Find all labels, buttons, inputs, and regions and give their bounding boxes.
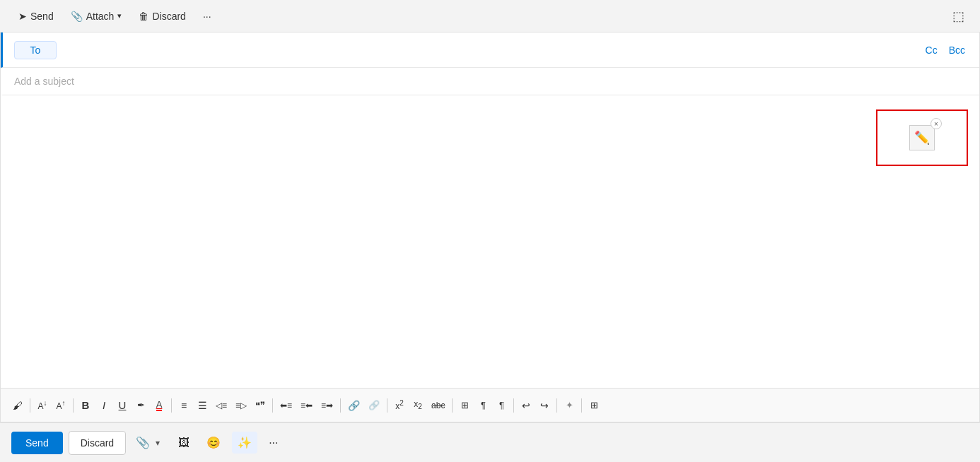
superscript-icon: x2 xyxy=(395,399,404,411)
font-size-increase-button[interactable]: A↑ xyxy=(52,396,69,415)
increase-indent-button[interactable]: ≡▷ xyxy=(232,396,250,415)
image-icon: 🖼 xyxy=(178,437,189,449)
highlight-icon: ✒ xyxy=(137,400,145,410)
attach-toolbar-label: Attach xyxy=(86,11,115,22)
send-toolbar-button[interactable]: ➤ Send xyxy=(11,6,61,26)
discard-icon: 🗑 xyxy=(139,11,148,22)
list-icon: ☰ xyxy=(198,400,207,411)
fmt-sep-9 xyxy=(556,398,557,413)
bcc-label: Bcc xyxy=(949,45,965,56)
decrease-indent-icon: ◁≡ xyxy=(216,401,227,410)
designer-icon: ✨ xyxy=(238,437,252,449)
body-input[interactable] xyxy=(14,104,968,379)
undo-button[interactable]: ↩ xyxy=(518,396,535,415)
show-formatting-button[interactable]: ¶ xyxy=(474,396,491,415)
bcc-button[interactable]: Bcc xyxy=(946,43,968,57)
signature-close-button[interactable]: × xyxy=(931,118,942,129)
format-block-icon: ⊞ xyxy=(461,400,469,410)
align-center-icon: ≡⬅ xyxy=(301,401,313,410)
discard-toolbar-button[interactable]: 🗑 Discard xyxy=(132,6,192,26)
cc-button[interactable]: Cc xyxy=(923,43,940,57)
italic-button[interactable]: I xyxy=(95,396,112,415)
expand-icon[interactable]: ⬚ xyxy=(948,4,969,28)
image-button[interactable]: 🖼 xyxy=(173,432,195,454)
attach-bottom-button[interactable]: 📎 ▾ xyxy=(132,431,167,455)
fmt-sep-8 xyxy=(513,398,514,413)
redo-button[interactable]: ↪ xyxy=(536,396,553,415)
to-button[interactable]: To xyxy=(14,41,57,59)
fmt-sep-5 xyxy=(340,398,341,413)
signature-inner: ✏️ × xyxy=(909,125,935,150)
link-icon: 🔗 xyxy=(348,400,360,411)
signature-edit-icon[interactable]: ✏️ xyxy=(909,125,935,150)
unlink-button[interactable]: 🔗 xyxy=(365,396,383,415)
clear-format-icon: ✦ xyxy=(566,400,573,410)
font-size-decrease-button[interactable]: A↓ xyxy=(34,396,51,415)
designer-button[interactable]: ✨ xyxy=(232,432,257,454)
send-toolbar-label: Send xyxy=(30,11,54,22)
subscript-icon: x2 xyxy=(414,399,422,410)
format-painter-button[interactable]: 🖌 xyxy=(9,396,26,415)
to-input[interactable] xyxy=(57,42,923,59)
list-button[interactable]: ☰ xyxy=(194,396,211,415)
align-right-button[interactable]: ≡➡ xyxy=(317,396,337,415)
hide-formatting-button[interactable]: ¶ xyxy=(493,396,510,415)
send-button[interactable]: Send xyxy=(11,432,63,454)
send-label: Send xyxy=(25,437,49,449)
format-block-button[interactable]: ⊞ xyxy=(456,396,473,415)
fmt-sep-7 xyxy=(452,398,453,413)
align-center-button[interactable]: ≡⬅ xyxy=(297,396,316,415)
to-row: To Cc Bcc xyxy=(1,32,979,68)
emoji-icon: 😊 xyxy=(206,437,221,449)
subject-row xyxy=(1,68,979,95)
compose-area: To Cc Bcc ✏️ × xyxy=(0,32,980,422)
more-options-button[interactable]: ··· xyxy=(263,432,284,454)
font-color-icon: A xyxy=(156,399,163,411)
underline-button[interactable]: U xyxy=(114,396,131,415)
align-left-icon: ≡ xyxy=(181,400,187,411)
attach-toolbar-button[interactable]: 📎 Attach ▾ xyxy=(64,6,129,26)
fmt-sep-4 xyxy=(272,398,273,413)
undo-icon: ↩ xyxy=(522,400,530,411)
send-icon: ➤ xyxy=(18,11,27,22)
more-toolbar-button[interactable]: ··· xyxy=(196,6,218,26)
align-left2-button[interactable]: ⬅≡ xyxy=(276,396,296,415)
top-toolbar: ➤ Send 📎 Attach ▾ 🗑 Discard ··· ⬚ xyxy=(0,0,980,32)
subject-input[interactable] xyxy=(14,76,968,87)
strikethrough-button[interactable]: abc xyxy=(428,396,448,415)
decrease-indent-button[interactable]: ◁≡ xyxy=(212,396,231,415)
discard-button[interactable]: Discard xyxy=(69,431,126,455)
signature-box: ✏️ × xyxy=(876,109,968,166)
fmt-sep-6 xyxy=(387,398,387,413)
close-icon: × xyxy=(934,120,938,128)
body-area: ✏️ × xyxy=(1,95,979,388)
attach-chevron-icon: ▾ xyxy=(153,435,163,451)
align-right-icon: ≡➡ xyxy=(321,401,333,410)
bold-button[interactable]: B xyxy=(77,396,94,415)
fmt-sep-10 xyxy=(581,398,582,413)
font-color-button[interactable]: A xyxy=(151,396,168,415)
cc-label: Cc xyxy=(926,45,938,56)
attach-chevron-icon: ▾ xyxy=(117,11,122,20)
fmt-sep-1 xyxy=(30,398,30,413)
emoji-button[interactable]: 😊 xyxy=(201,432,226,454)
cc-bcc-area: Cc Bcc xyxy=(923,43,968,57)
insert-table-button[interactable]: ⊞ xyxy=(585,396,602,415)
unlink-icon: 🔗 xyxy=(368,400,380,410)
link-button[interactable]: 🔗 xyxy=(344,396,363,415)
fmt-sep-2 xyxy=(73,398,74,413)
more-icon: ··· xyxy=(203,11,211,22)
redo-icon: ↪ xyxy=(540,400,549,411)
subscript-button[interactable]: x2 xyxy=(409,396,426,415)
align-left-button[interactable]: ≡ xyxy=(175,396,192,415)
insert-table-icon: ⊞ xyxy=(590,400,598,410)
highlight-button[interactable]: ✒ xyxy=(132,396,149,415)
superscript-button[interactable]: x2 xyxy=(391,396,408,415)
strikethrough-icon: abc xyxy=(431,401,445,410)
format-painter-icon: 🖌 xyxy=(13,400,23,411)
font-size-decrease-icon: A↓ xyxy=(37,399,47,411)
bottom-bar: Send Discard 📎 ▾ 🖼 😊 ✨ ··· xyxy=(0,422,980,462)
quote-button[interactable]: ❝❞ xyxy=(252,396,269,415)
clear-format-button[interactable]: ✦ xyxy=(561,396,578,415)
attach-bottom-icon: 📎 xyxy=(136,436,150,449)
